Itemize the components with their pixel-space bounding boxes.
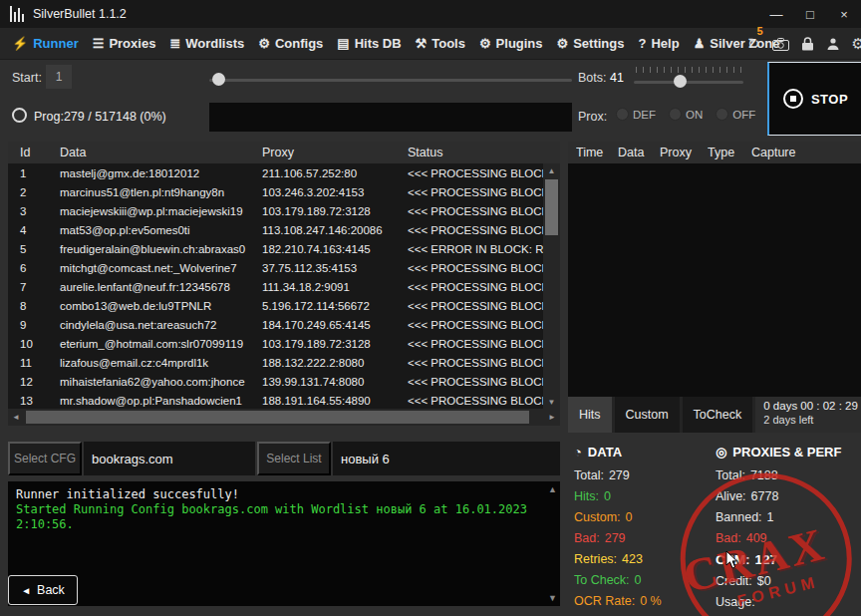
table-row[interactable]: 6 mitchgt@comcast.net:_Wolverine7 37.75.…: [8, 258, 543, 277]
scroll-down-icon[interactable]: ▼: [543, 395, 560, 409]
stat-value: 279: [609, 468, 630, 482]
cell-data: mihaistefania62@yahoo.com:jhonce: [52, 376, 254, 388]
minimize-button[interactable]: —: [759, 0, 793, 28]
close-button[interactable]: ×: [827, 0, 861, 28]
prox-radio[interactable]: OFF: [716, 108, 755, 121]
select-list-button[interactable]: Select List: [257, 442, 331, 475]
tab-button[interactable]: Custom: [615, 397, 680, 433]
column-header-proxy[interactable]: Proxy: [254, 146, 400, 159]
column-header-capture[interactable]: Capture: [751, 146, 861, 159]
vertical-scrollbar[interactable]: ▲ ▼: [543, 163, 560, 409]
maximize-button[interactable]: □: [793, 0, 827, 28]
column-header-data[interactable]: Data: [52, 146, 254, 159]
cell-status: <<< PROCESSING BLOCK: [400, 376, 543, 388]
nav-item-icon: ≣: [169, 36, 180, 51]
app-logo-icon: [10, 6, 24, 22]
select-cfg-button[interactable]: Select CFG: [8, 442, 82, 475]
nav-item[interactable]: ⚒ Tools: [416, 36, 465, 51]
table-row[interactable]: 1 mastelj@gmx.de:18012012 211.106.57.252…: [8, 163, 543, 182]
column-header-time[interactable]: Time: [576, 146, 618, 159]
table-row[interactable]: 12 mihaistefania62@yahoo.com:jhonce 139.…: [8, 372, 543, 391]
log-line: Started Running Config bookrags.com with…: [16, 502, 544, 532]
nav-item-label: Help: [651, 36, 679, 51]
stat-value: 0: [635, 573, 642, 587]
tab-button[interactable]: ToCheck: [683, 397, 753, 433]
slider-thumb[interactable]: [212, 73, 225, 86]
scroll-left-icon[interactable]: ◄: [8, 409, 24, 426]
nav-item-label: Tools: [431, 36, 465, 51]
bots-slider[interactable]: [634, 66, 743, 92]
column-header-proxy[interactable]: Proxy: [660, 146, 708, 159]
log-scroll-up-icon[interactable]: ▲: [548, 484, 557, 494]
nav-item-label: Hits DB: [355, 36, 402, 51]
table-row[interactable]: 4 mat53@op.pl:ev5omes0ti 113.108.247.146…: [8, 220, 543, 239]
stat-value: 279: [605, 531, 626, 545]
column-header-id[interactable]: Id: [8, 146, 52, 159]
nav-item[interactable]: ⚙ Plugins: [479, 36, 543, 51]
cell-proxy: 103.179.189.72:3128: [254, 338, 400, 350]
cell-proxy: 188.191.164.55:4890: [254, 395, 400, 407]
nav-item[interactable]: ☰ Proxies: [93, 36, 156, 51]
nav-item[interactable]: ? Help: [639, 36, 680, 51]
stat-value: 423: [622, 552, 643, 566]
slider-thumb[interactable]: [674, 75, 687, 88]
tab-button[interactable]: Hits: [568, 397, 612, 433]
nav-item-label: Configs: [275, 36, 323, 51]
stat-value: 7188: [750, 468, 778, 482]
table-row[interactable]: 3 maciejewskiii@wp.pl:maciejewski19 103.…: [8, 201, 543, 220]
column-header-data[interactable]: Data: [618, 146, 660, 159]
gear-icon[interactable]: ⚙: [852, 35, 861, 53]
stat-row: Bad: 409: [716, 531, 861, 545]
cell-status: <<< PROCESSING BLOCK: [400, 262, 543, 274]
data-panel-title: ◔ DATA: [574, 445, 712, 460]
days-left: 2 days left: [763, 414, 861, 426]
nav-item[interactable]: ≣ Wordlists: [169, 36, 244, 51]
user-icon[interactable]: [826, 37, 840, 51]
stop-button[interactable]: STOP: [767, 62, 861, 136]
table-row[interactable]: 11 lizafous@email.cz:c4mprdl1k 188.132.2…: [8, 353, 543, 372]
nav-item[interactable]: ⚡ Runner: [12, 36, 79, 51]
nav-item[interactable]: ⚙ Settings: [557, 36, 625, 51]
nav-item[interactable]: ⚙ Configs: [258, 36, 323, 51]
table-row[interactable]: 8 combo13@web.de:lu9TPNLR 5.196.172.114:…: [8, 296, 543, 315]
stat-value: 6778: [751, 489, 779, 503]
table-row[interactable]: 9 cindylela@usa.net:areasuch72 184.170.2…: [8, 315, 543, 334]
column-header-status[interactable]: Status: [400, 146, 543, 159]
nav-item-icon: ⚡: [12, 36, 28, 51]
nav-item[interactable]: ▤ Hits DB: [337, 36, 401, 51]
stat-row: Alive: 6778: [716, 489, 861, 503]
table-row[interactable]: 2 marcinus51@tlen.pl:nt9hangy8n 103.246.…: [8, 182, 543, 201]
stop-icon: [783, 89, 803, 109]
lock-icon[interactable]: [801, 37, 814, 51]
cell-status: <<< PROCESSING BLOCK: [400, 319, 543, 331]
table-row[interactable]: 7 aurelie.lenfant@neuf.fr:12345678 111.3…: [8, 277, 543, 296]
prox-label: Prox:: [578, 110, 607, 124]
progress-bar: [209, 103, 572, 132]
nav-item-icon: ⚙: [557, 36, 569, 51]
column-header-type[interactable]: Type: [708, 146, 751, 159]
start-input[interactable]: [46, 65, 72, 89]
progress-ring-icon: [12, 108, 27, 123]
table-row[interactable]: 10 eterium_@hotmail.com:slr07099119 103.…: [8, 334, 543, 353]
prox-radio[interactable]: DEF: [616, 108, 656, 121]
stat-row: Total: 279: [574, 468, 712, 482]
scrollbar-thumb[interactable]: [545, 179, 558, 235]
scroll-right-icon[interactable]: ►: [544, 409, 560, 426]
scrollbar-thumb[interactable]: [26, 411, 529, 424]
history-icon[interactable]: ↻ 5: [747, 35, 760, 53]
start-slider[interactable]: [209, 72, 572, 88]
cell-id: 6: [8, 262, 52, 274]
selected-config-field[interactable]: bookrags.com: [84, 442, 255, 475]
log-scroll-down-icon[interactable]: ▼: [548, 593, 557, 603]
cell-status: <<< PROCESSING BLOCK: [400, 300, 543, 312]
back-button[interactable]: ◄ Back: [8, 575, 78, 605]
horizontal-scrollbar[interactable]: ◄ ►: [8, 409, 560, 426]
table-row[interactable]: 13 mr.shadow@op.pl:Panshadowcien1 188.19…: [8, 391, 543, 409]
scroll-up-icon[interactable]: ▲: [543, 163, 560, 177]
prox-radio[interactable]: ON: [669, 108, 703, 121]
cell-status: <<< PROCESSING BLOCK: [400, 186, 543, 198]
log-line: Runner initialized succesfully!: [16, 487, 544, 502]
table-row[interactable]: 5 freudigeralain@bluewin.ch:abraxas0 182…: [8, 239, 543, 258]
camera-icon[interactable]: [772, 38, 789, 51]
selected-wordlist-field[interactable]: новый 6: [333, 442, 560, 475]
